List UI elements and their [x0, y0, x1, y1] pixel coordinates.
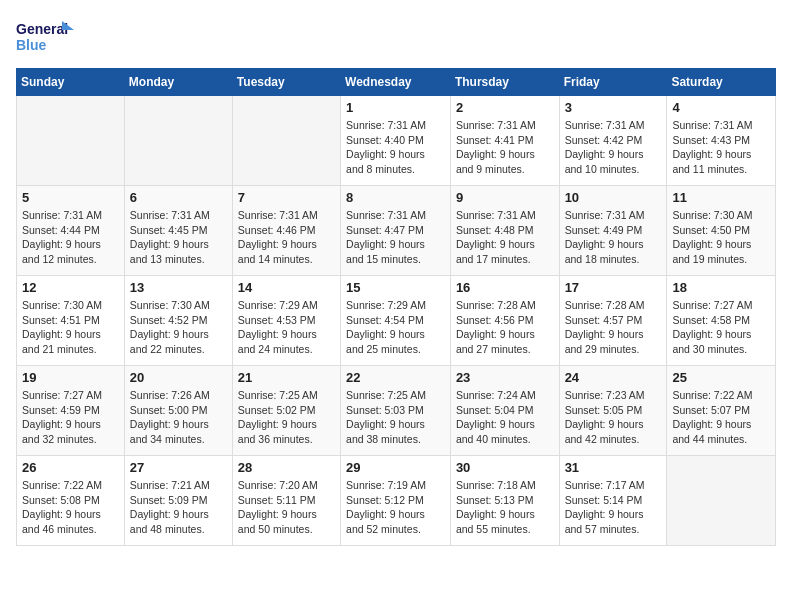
day-info: Sunrise: 7:24 AM Sunset: 5:04 PM Dayligh… [456, 388, 554, 447]
calendar-cell: 16Sunrise: 7:28 AM Sunset: 4:56 PM Dayli… [450, 276, 559, 366]
day-number: 27 [130, 460, 227, 475]
day-number: 23 [456, 370, 554, 385]
calendar-cell: 22Sunrise: 7:25 AM Sunset: 5:03 PM Dayli… [341, 366, 451, 456]
calendar-cell [124, 96, 232, 186]
day-number: 7 [238, 190, 335, 205]
calendar-cell: 23Sunrise: 7:24 AM Sunset: 5:04 PM Dayli… [450, 366, 559, 456]
day-number: 24 [565, 370, 662, 385]
calendar-cell: 20Sunrise: 7:26 AM Sunset: 5:00 PM Dayli… [124, 366, 232, 456]
day-info: Sunrise: 7:22 AM Sunset: 5:08 PM Dayligh… [22, 478, 119, 537]
day-number: 5 [22, 190, 119, 205]
day-number: 2 [456, 100, 554, 115]
calendar-cell: 1Sunrise: 7:31 AM Sunset: 4:40 PM Daylig… [341, 96, 451, 186]
week-row-2: 5Sunrise: 7:31 AM Sunset: 4:44 PM Daylig… [17, 186, 776, 276]
day-number: 22 [346, 370, 445, 385]
day-info: Sunrise: 7:31 AM Sunset: 4:41 PM Dayligh… [456, 118, 554, 177]
weekday-header-tuesday: Tuesday [232, 69, 340, 96]
day-info: Sunrise: 7:31 AM Sunset: 4:45 PM Dayligh… [130, 208, 227, 267]
day-info: Sunrise: 7:25 AM Sunset: 5:03 PM Dayligh… [346, 388, 445, 447]
weekday-header-sunday: Sunday [17, 69, 125, 96]
calendar-cell: 10Sunrise: 7:31 AM Sunset: 4:49 PM Dayli… [559, 186, 667, 276]
logo-svg: GeneralBlue [16, 16, 76, 56]
day-number: 25 [672, 370, 770, 385]
calendar-cell: 30Sunrise: 7:18 AM Sunset: 5:13 PM Dayli… [450, 456, 559, 546]
day-info: Sunrise: 7:19 AM Sunset: 5:12 PM Dayligh… [346, 478, 445, 537]
day-info: Sunrise: 7:26 AM Sunset: 5:00 PM Dayligh… [130, 388, 227, 447]
weekday-header-friday: Friday [559, 69, 667, 96]
calendar-cell: 9Sunrise: 7:31 AM Sunset: 4:48 PM Daylig… [450, 186, 559, 276]
day-number: 14 [238, 280, 335, 295]
day-info: Sunrise: 7:31 AM Sunset: 4:40 PM Dayligh… [346, 118, 445, 177]
day-info: Sunrise: 7:29 AM Sunset: 4:54 PM Dayligh… [346, 298, 445, 357]
calendar-cell: 19Sunrise: 7:27 AM Sunset: 4:59 PM Dayli… [17, 366, 125, 456]
day-number: 18 [672, 280, 770, 295]
day-info: Sunrise: 7:30 AM Sunset: 4:52 PM Dayligh… [130, 298, 227, 357]
week-row-5: 26Sunrise: 7:22 AM Sunset: 5:08 PM Dayli… [17, 456, 776, 546]
calendar-cell: 17Sunrise: 7:28 AM Sunset: 4:57 PM Dayli… [559, 276, 667, 366]
calendar-cell: 28Sunrise: 7:20 AM Sunset: 5:11 PM Dayli… [232, 456, 340, 546]
calendar-cell: 12Sunrise: 7:30 AM Sunset: 4:51 PM Dayli… [17, 276, 125, 366]
calendar-cell: 3Sunrise: 7:31 AM Sunset: 4:42 PM Daylig… [559, 96, 667, 186]
calendar-cell: 21Sunrise: 7:25 AM Sunset: 5:02 PM Dayli… [232, 366, 340, 456]
day-info: Sunrise: 7:28 AM Sunset: 4:57 PM Dayligh… [565, 298, 662, 357]
day-info: Sunrise: 7:29 AM Sunset: 4:53 PM Dayligh… [238, 298, 335, 357]
svg-text:General: General [16, 21, 68, 37]
calendar-cell: 6Sunrise: 7:31 AM Sunset: 4:45 PM Daylig… [124, 186, 232, 276]
calendar-cell: 31Sunrise: 7:17 AM Sunset: 5:14 PM Dayli… [559, 456, 667, 546]
day-info: Sunrise: 7:17 AM Sunset: 5:14 PM Dayligh… [565, 478, 662, 537]
day-info: Sunrise: 7:30 AM Sunset: 4:50 PM Dayligh… [672, 208, 770, 267]
weekday-header-saturday: Saturday [667, 69, 776, 96]
calendar-cell: 18Sunrise: 7:27 AM Sunset: 4:58 PM Dayli… [667, 276, 776, 366]
logo: GeneralBlue [16, 16, 76, 56]
calendar-cell: 26Sunrise: 7:22 AM Sunset: 5:08 PM Dayli… [17, 456, 125, 546]
day-number: 4 [672, 100, 770, 115]
week-row-4: 19Sunrise: 7:27 AM Sunset: 4:59 PM Dayli… [17, 366, 776, 456]
day-info: Sunrise: 7:31 AM Sunset: 4:43 PM Dayligh… [672, 118, 770, 177]
day-info: Sunrise: 7:31 AM Sunset: 4:47 PM Dayligh… [346, 208, 445, 267]
calendar-cell: 7Sunrise: 7:31 AM Sunset: 4:46 PM Daylig… [232, 186, 340, 276]
calendar-cell: 8Sunrise: 7:31 AM Sunset: 4:47 PM Daylig… [341, 186, 451, 276]
calendar-cell: 25Sunrise: 7:22 AM Sunset: 5:07 PM Dayli… [667, 366, 776, 456]
day-info: Sunrise: 7:21 AM Sunset: 5:09 PM Dayligh… [130, 478, 227, 537]
day-info: Sunrise: 7:18 AM Sunset: 5:13 PM Dayligh… [456, 478, 554, 537]
day-number: 12 [22, 280, 119, 295]
day-info: Sunrise: 7:31 AM Sunset: 4:48 PM Dayligh… [456, 208, 554, 267]
day-number: 8 [346, 190, 445, 205]
calendar-cell: 11Sunrise: 7:30 AM Sunset: 4:50 PM Dayli… [667, 186, 776, 276]
weekday-header-wednesday: Wednesday [341, 69, 451, 96]
calendar-cell: 5Sunrise: 7:31 AM Sunset: 4:44 PM Daylig… [17, 186, 125, 276]
week-row-1: 1Sunrise: 7:31 AM Sunset: 4:40 PM Daylig… [17, 96, 776, 186]
day-number: 1 [346, 100, 445, 115]
calendar-cell: 13Sunrise: 7:30 AM Sunset: 4:52 PM Dayli… [124, 276, 232, 366]
weekday-header-monday: Monday [124, 69, 232, 96]
calendar-cell [232, 96, 340, 186]
day-number: 29 [346, 460, 445, 475]
day-number: 26 [22, 460, 119, 475]
calendar-cell: 14Sunrise: 7:29 AM Sunset: 4:53 PM Dayli… [232, 276, 340, 366]
day-number: 16 [456, 280, 554, 295]
calendar-cell: 4Sunrise: 7:31 AM Sunset: 4:43 PM Daylig… [667, 96, 776, 186]
day-info: Sunrise: 7:30 AM Sunset: 4:51 PM Dayligh… [22, 298, 119, 357]
day-info: Sunrise: 7:31 AM Sunset: 4:49 PM Dayligh… [565, 208, 662, 267]
weekday-header-thursday: Thursday [450, 69, 559, 96]
day-number: 9 [456, 190, 554, 205]
week-row-3: 12Sunrise: 7:30 AM Sunset: 4:51 PM Dayli… [17, 276, 776, 366]
calendar-cell [667, 456, 776, 546]
page-header: GeneralBlue [16, 16, 776, 56]
day-number: 30 [456, 460, 554, 475]
calendar-cell: 15Sunrise: 7:29 AM Sunset: 4:54 PM Dayli… [341, 276, 451, 366]
day-info: Sunrise: 7:28 AM Sunset: 4:56 PM Dayligh… [456, 298, 554, 357]
calendar-cell: 24Sunrise: 7:23 AM Sunset: 5:05 PM Dayli… [559, 366, 667, 456]
day-info: Sunrise: 7:20 AM Sunset: 5:11 PM Dayligh… [238, 478, 335, 537]
day-number: 3 [565, 100, 662, 115]
day-number: 19 [22, 370, 119, 385]
day-number: 21 [238, 370, 335, 385]
calendar-cell: 29Sunrise: 7:19 AM Sunset: 5:12 PM Dayli… [341, 456, 451, 546]
day-number: 17 [565, 280, 662, 295]
day-number: 28 [238, 460, 335, 475]
day-number: 20 [130, 370, 227, 385]
weekday-header-row: SundayMondayTuesdayWednesdayThursdayFrid… [17, 69, 776, 96]
calendar-cell: 27Sunrise: 7:21 AM Sunset: 5:09 PM Dayli… [124, 456, 232, 546]
day-info: Sunrise: 7:31 AM Sunset: 4:44 PM Dayligh… [22, 208, 119, 267]
day-info: Sunrise: 7:27 AM Sunset: 4:58 PM Dayligh… [672, 298, 770, 357]
